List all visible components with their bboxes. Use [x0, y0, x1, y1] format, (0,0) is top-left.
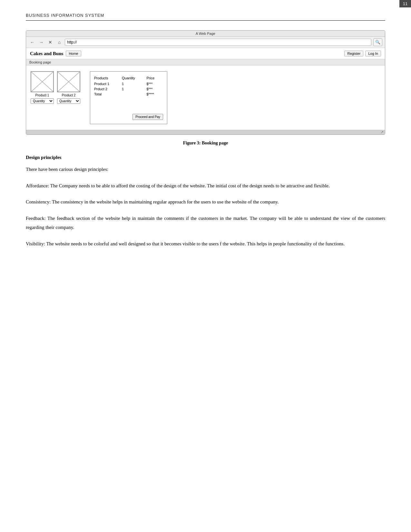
row1-price: $*** — [146, 81, 163, 86]
affordance-paragraph: Affordance: The Company needs to be able… — [26, 181, 385, 191]
browser-mockup: A Web Page ← → ✕ ⌂ 🔍 Cakes and Buns Home… — [26, 30, 385, 135]
browser-toolbar: ← → ✕ ⌂ 🔍 — [26, 37, 385, 48]
close-button[interactable]: ✕ — [47, 39, 54, 46]
breadcrumb: Booking page — [26, 59, 385, 65]
product-1-label: Product 1 — [35, 94, 49, 97]
figure-caption: Figure 3: Booking page — [26, 141, 385, 146]
col-products: Products — [94, 75, 122, 81]
proceed-pay-button[interactable]: Proceed and Pay — [132, 114, 163, 120]
page-number: 11 — [399, 0, 411, 7]
page-wrapper: 11 BUSINESS INFORMATION SYSTEM A Web Pag… — [0, 0, 411, 532]
product-item-1: Product 1 Quantity 1 2 3 — [31, 71, 54, 104]
row2-qty: 1 — [122, 86, 146, 92]
product-1-quantity[interactable]: Quantity 1 2 3 — [31, 98, 54, 104]
col-quantity: Quantity — [122, 75, 146, 81]
site-logo: Cakes and Buns — [30, 51, 63, 56]
product-2-quantity[interactable]: Quantity 1 2 3 — [57, 98, 80, 104]
order-summary: Products Quantity Price Product 1 1 $***… — [90, 71, 167, 124]
visibility-paragraph: Visibility: The website needs to be colo… — [26, 239, 385, 249]
order-table: Products Quantity Price Product 1 1 $***… — [94, 75, 163, 97]
row1-product: Product 1 — [94, 81, 122, 86]
resize-icon: ↗ — [380, 130, 384, 135]
back-button[interactable]: ← — [29, 39, 36, 46]
row1-qty: 1 — [122, 81, 146, 86]
login-button[interactable]: Log In — [365, 51, 381, 56]
browser-titlebar: A Web Page — [26, 31, 385, 37]
product-item-2: Product 2 Quantity 1 2 3 — [57, 71, 80, 104]
total-price: $**** — [146, 92, 163, 97]
row2-product: Prduct 2 — [94, 86, 122, 92]
home-button[interactable]: ⌂ — [56, 39, 63, 46]
row2-price: $*** — [146, 86, 163, 92]
feedback-paragraph: Feedback: The feedback section of the we… — [26, 214, 385, 232]
website-navbar: Cakes and Buns Home Register Log In — [26, 48, 385, 59]
section-heading-design: Design principles — [26, 155, 385, 160]
total-qty — [122, 92, 146, 97]
nav-right: Register Log In — [344, 51, 381, 56]
total-label: Total — [94, 92, 122, 97]
table-row: Total $**** — [94, 92, 163, 97]
nav-left: Cakes and Buns Home — [30, 51, 81, 56]
intro-paragraph: There have been carious design principle… — [26, 165, 385, 174]
table-row: Product 1 1 $*** — [94, 81, 163, 86]
booking-content: Product 1 Quantity 1 2 3 — [26, 65, 385, 130]
browser-statusbar: ↗ — [26, 130, 385, 134]
register-button[interactable]: Register — [344, 51, 363, 56]
product-2-label: Product 2 — [62, 94, 76, 97]
product-1-image — [31, 71, 54, 92]
consistency-paragraph: Consistency: The consistency in the webs… — [26, 197, 385, 207]
search-button[interactable]: 🔍 — [373, 38, 382, 46]
table-row: Prduct 2 1 $*** — [94, 86, 163, 92]
forward-button[interactable]: → — [38, 39, 45, 46]
products-section: Product 1 Quantity 1 2 3 — [31, 71, 80, 124]
address-bar[interactable] — [65, 39, 371, 46]
product-2-image — [57, 71, 80, 92]
product-items-row: Product 1 Quantity 1 2 3 — [31, 71, 80, 104]
document-header: BUSINESS INFORMATION SYSTEM — [26, 13, 385, 21]
col-price: Price — [146, 75, 163, 81]
home-nav-button[interactable]: Home — [66, 51, 81, 56]
